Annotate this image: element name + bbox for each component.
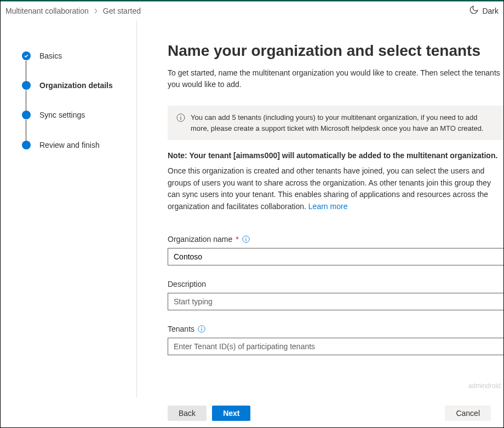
org-name-label-row: Organization name* bbox=[168, 235, 504, 244]
wizard-sidebar: Basics Organization details Sync setting… bbox=[0, 20, 137, 397]
required-asterisk: * bbox=[236, 235, 238, 244]
breadcrumb-root[interactable]: Multitenant collaboration bbox=[5, 7, 89, 15]
form-group-tenants: Tenants bbox=[168, 325, 504, 355]
main-content: Name your organization and select tenant… bbox=[137, 20, 504, 397]
info-icon bbox=[176, 113, 185, 122]
step-label: Review and finish bbox=[39, 140, 100, 150]
tenant-note: Note: Your tenant [aimams000] will autom… bbox=[168, 151, 504, 160]
tenants-input[interactable] bbox=[168, 338, 504, 355]
next-button[interactable]: Next bbox=[212, 406, 250, 421]
step-connector bbox=[26, 90, 26, 111]
svg-rect-5 bbox=[245, 239, 246, 241]
description-input[interactable] bbox=[168, 293, 504, 310]
dark-mode-toggle[interactable]: Dark bbox=[469, 5, 499, 16]
cancel-button[interactable]: Cancel bbox=[445, 406, 491, 421]
wizard-step-organization-details[interactable]: Organization details bbox=[22, 80, 130, 110]
description-label-row: Description bbox=[168, 280, 504, 288]
chevron-right-icon bbox=[93, 7, 99, 15]
svg-point-4 bbox=[245, 237, 246, 238]
wizard-step-review-finish[interactable]: Review and finish bbox=[22, 140, 130, 150]
step-bullet-icon bbox=[22, 141, 31, 149]
wizard-step-sync-settings[interactable]: Sync settings bbox=[22, 110, 130, 140]
info-callout: You can add 5 tenants (including yours) … bbox=[168, 106, 504, 140]
wizard-footer: Back Next Cancel bbox=[0, 397, 504, 428]
svg-rect-2 bbox=[180, 117, 181, 120]
tenants-label: Tenants bbox=[168, 325, 194, 333]
back-button[interactable]: Back bbox=[168, 406, 207, 421]
description-label: Description bbox=[168, 280, 206, 288]
info-tooltip-icon[interactable] bbox=[198, 325, 205, 333]
info-callout-text: You can add 5 tenants (including yours) … bbox=[191, 112, 495, 134]
form-group-org-name: Organization name* bbox=[168, 235, 504, 265]
breadcrumb-bar: Multitenant collaboration Get started Da… bbox=[0, 2, 504, 20]
page-title: Name your organization and select tenant… bbox=[168, 42, 504, 60]
step-bullet-completed-icon bbox=[22, 51, 31, 60]
learn-more-link[interactable]: Learn more bbox=[308, 202, 348, 211]
body-description: Once this organization is created and ot… bbox=[168, 165, 504, 213]
svg-point-7 bbox=[201, 327, 202, 327]
step-label: Sync settings bbox=[39, 110, 85, 120]
step-label: Basics bbox=[39, 51, 62, 61]
step-bullet-current-icon bbox=[22, 81, 31, 90]
svg-rect-8 bbox=[202, 328, 202, 331]
moon-icon bbox=[469, 5, 479, 16]
breadcrumb-current: Get started bbox=[103, 7, 141, 15]
form-group-description: Description bbox=[168, 280, 504, 310]
step-connector bbox=[26, 61, 26, 82]
step-bullet-icon bbox=[22, 111, 31, 119]
dark-mode-label: Dark bbox=[482, 7, 499, 15]
info-tooltip-icon[interactable] bbox=[242, 235, 250, 243]
step-label: Organization details bbox=[39, 80, 113, 90]
svg-point-1 bbox=[180, 115, 181, 117]
org-name-input[interactable] bbox=[168, 248, 504, 265]
org-name-label: Organization name bbox=[168, 235, 232, 244]
step-connector bbox=[26, 120, 26, 141]
page-subtitle: To get started, name the multitenant org… bbox=[168, 67, 504, 90]
breadcrumb: Multitenant collaboration Get started bbox=[5, 7, 141, 15]
wizard-step-basics[interactable]: Basics bbox=[22, 51, 130, 80]
tenants-label-row: Tenants bbox=[168, 325, 504, 333]
